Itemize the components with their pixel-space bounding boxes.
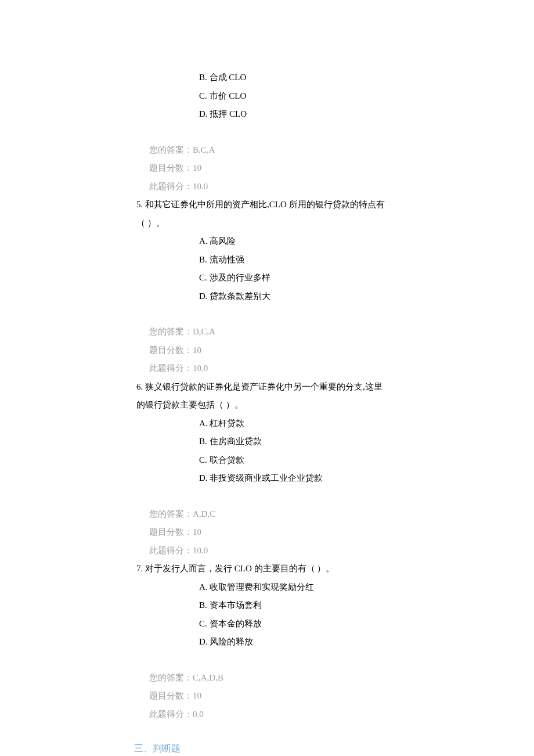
question-option: C. 涉及的行业多样 xyxy=(136,269,441,287)
question-option: C. 市价 CLO xyxy=(136,87,441,106)
question-stem: 7. 对于发行人而言，发行 CLO 的主要目的有（ ）。 xyxy=(136,560,441,578)
score-line: 此题得分：10.0 xyxy=(136,359,441,378)
question-option: A. 高风险 xyxy=(136,232,441,251)
question-stem: （ ）。 xyxy=(136,214,441,233)
question-stem: 5. 和其它证券化中所用的资产相比,CLO 所用的银行贷款的特点有 xyxy=(136,196,441,214)
question-option: A. 杠杆贷款 xyxy=(136,415,441,433)
score-line: 此题得分：10.0 xyxy=(136,542,441,560)
points-line: 题目分数：10 xyxy=(136,523,441,542)
question-option: D. 抵押 CLO xyxy=(136,105,441,124)
question-stem: 的银行贷款主要包括（ ）。 xyxy=(136,396,441,415)
answer-line: 您的答案：A,D,C xyxy=(136,505,441,524)
points-line: 题目分数：10 xyxy=(136,341,441,360)
question-option: B. 住房商业贷款 xyxy=(136,433,441,451)
score-line: 此题得分：10.0 xyxy=(136,178,441,196)
page-content: B. 合成 CLO C. 市价 CLO D. 抵押 CLO 您的答案：B,C,A… xyxy=(0,0,534,756)
answer-line: 您的答案：C,A,D,B xyxy=(136,669,441,687)
points-line: 题目分数：10 xyxy=(136,687,441,705)
answer-line: 您的答案：D,C,A xyxy=(136,323,441,341)
answer-line: 您的答案：B,C,A xyxy=(136,141,441,160)
question-option: C. 联合贷款 xyxy=(136,451,441,470)
question-stem: 6. 狭义银行贷款的证券化是资产证券化中另一个重要的分支,这里 xyxy=(136,378,441,397)
question-option: B. 资本市场套利 xyxy=(136,596,441,615)
points-line: 题目分数：10 xyxy=(136,159,441,178)
question-option: D. 非投资级商业或工业企业贷款 xyxy=(136,469,441,488)
question-option: D. 贷款条款差别大 xyxy=(136,287,441,306)
question-option: B. 流动性强 xyxy=(136,251,441,269)
score-line: 此题得分：0.0 xyxy=(136,705,441,724)
question-option: C. 资本金的释放 xyxy=(136,615,441,633)
question-option: D. 风险的释放 xyxy=(136,633,441,651)
question-option: B. 合成 CLO xyxy=(136,69,441,87)
section-heading: 三、判断题 xyxy=(134,723,441,756)
question-option: A. 收取管理费和实现奖励分红 xyxy=(136,578,441,597)
document-page: B. 合成 CLO C. 市价 CLO D. 抵押 CLO 您的答案：B,C,A… xyxy=(0,0,534,756)
